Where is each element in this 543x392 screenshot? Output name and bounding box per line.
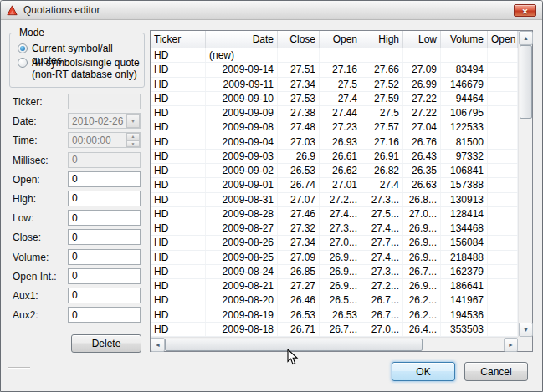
cell-open-i <box>488 221 518 235</box>
radio-all-symbols[interactable]: All symbols/single quote (non-RT databas… <box>18 57 142 80</box>
form-row-date: Date:▼ <box>1 112 150 131</box>
table-row[interactable]: HD2009-08-3127.0727.2...27.3...26.8...13… <box>151 193 518 207</box>
cell-close: 27.07 <box>278 193 320 206</box>
table-row[interactable]: HD2009-09-0427.0326.9327.1626.7681500 <box>151 135 518 150</box>
table-row[interactable]: HD2009-08-1926.5326.5326.7...26.2...1945… <box>151 308 518 323</box>
table-row[interactable]: HD2009-09-0827.4827.2327.5727.04122533 <box>151 120 518 135</box>
input-low[interactable] <box>68 210 141 226</box>
cell-open: 26.93 <box>320 135 361 149</box>
cell-ticker: HD <box>151 293 206 307</box>
titlebar[interactable]: Quotations editor ✕ <box>1 1 542 20</box>
form-row-aux1: Aux1: <box>1 287 150 306</box>
cell-low: 27.04 <box>403 120 441 134</box>
table-row[interactable]: HD2009-08-2026.4626.5...26.7...26.2...14… <box>151 293 518 308</box>
cell-open: 27.01 <box>320 178 361 191</box>
table-row[interactable]: HD2009-08-2627.3427.0...27.7...26.9...15… <box>151 236 518 250</box>
table-row[interactable]: HD2009-09-1027.5327.427.5927.2294464 <box>151 92 518 106</box>
cell-ticker: HD <box>151 63 206 76</box>
field-label-low: Low: <box>13 212 33 224</box>
form-row-aux2: Aux2: <box>1 306 150 325</box>
cell-open-i <box>488 207 518 221</box>
column-header-open[interactable]: Open <box>320 31 361 48</box>
scroll-up-icon: ▲ <box>523 35 529 41</box>
table-row[interactable]: HD2009-09-0226.5326.6226.8226.35106841 <box>151 164 518 178</box>
form-row-ticker: Ticker: <box>1 93 150 112</box>
column-header-date[interactable]: Date <box>206 31 278 48</box>
scroll-down-icon: ▼ <box>523 327 529 333</box>
input-open-int[interactable] <box>68 268 141 284</box>
close-button[interactable]: ✕ <box>514 4 536 17</box>
scroll-down-button[interactable]: ▼ <box>519 323 533 337</box>
cell-high: 27.2... <box>361 279 403 293</box>
column-header-high[interactable]: High <box>361 31 403 48</box>
table-row[interactable]: HD2009-08-1826.7126.7...27.0...26.4...35… <box>151 323 518 337</box>
cell-close: 26.71 <box>278 323 320 336</box>
cell-open-i <box>488 164 518 177</box>
table-row[interactable]: HD2009-08-2127.2726.9...27.2...26.9...18… <box>151 279 518 293</box>
scroll-right-button[interactable]: ► <box>504 338 518 352</box>
cell-low: 26.9... <box>403 221 441 235</box>
cell-ticker: HD <box>151 207 206 221</box>
table-row[interactable]: HD2009-08-2527.0926.9...27.4...26.9...21… <box>151 251 518 265</box>
scroll-up-button[interactable]: ▲ <box>519 31 533 45</box>
table-row[interactable]: HD2009-08-2827.4627.4...27.5...27.0...12… <box>151 207 518 221</box>
cancel-button[interactable]: Cancel <box>464 362 528 381</box>
cell-close: 26.85 <box>278 265 320 278</box>
cell-low: 26.9... <box>403 251 441 264</box>
table-row[interactable]: HD2009-09-0927.3827.4427.527.22106795 <box>151 106 518 120</box>
window-title: Quotations editor <box>23 4 100 16</box>
cell-date: 2009-08-26 <box>206 236 278 249</box>
ok-button[interactable]: OK <box>392 362 455 381</box>
scroll-left-icon: ◄ <box>155 342 161 348</box>
input-aux2[interactable] <box>68 307 141 323</box>
vertical-scrollbar-thumb[interactable] <box>520 45 532 119</box>
radio-all-symbols-label: All symbols/single quote (non-RT databas… <box>32 57 142 80</box>
cell-high: 27.66 <box>361 63 403 76</box>
table-row[interactable]: HD2009-09-0126.7427.0127.426.63157388 <box>151 178 518 192</box>
cell-high: 26.7... <box>361 308 403 322</box>
table-row[interactable]: HD2009-09-1427.5127.1627.6627.0983494 <box>151 63 518 77</box>
column-header-volume[interactable]: Volume <box>441 31 488 48</box>
cell-open-i <box>488 323 518 336</box>
column-header-ticker[interactable]: Ticker <box>151 31 206 48</box>
table-row[interactable]: HD2009-09-0326.926.6126.9126.4397332 <box>151 150 518 164</box>
cell-high: 27.16 <box>361 135 403 149</box>
input-open[interactable] <box>68 171 141 187</box>
column-header-open-i[interactable]: Open I. <box>488 31 518 48</box>
delete-button[interactable]: Delete <box>71 334 141 353</box>
field-label-time: Time: <box>13 135 38 146</box>
cell-date: 2009-09-01 <box>206 178 278 191</box>
cell-volume: 130913 <box>441 193 488 206</box>
time-spin-down-icon: ▼ <box>126 140 140 147</box>
column-header-close[interactable]: Close <box>278 31 320 48</box>
column-header-low[interactable]: Low <box>403 31 441 48</box>
table-row[interactable]: HD2009-08-2426.8526.9...27.3...26.7...16… <box>151 265 518 279</box>
table-row[interactable]: HD2009-09-1127.3427.527.5226.99146679 <box>151 78 518 92</box>
radio-selected-icon[interactable] <box>18 43 28 53</box>
cell-volume <box>441 48 488 62</box>
cell-low: 27.0... <box>403 207 441 221</box>
cell-open: 26.9... <box>320 251 361 264</box>
radio-unselected-icon[interactable] <box>18 58 28 68</box>
input-close[interactable] <box>68 229 141 245</box>
horizontal-scrollbar-thumb[interactable] <box>165 339 423 351</box>
time-spin-up-icon: ▲ <box>126 133 140 140</box>
scroll-left-button[interactable]: ◄ <box>151 338 165 352</box>
input-volume[interactable] <box>68 249 141 265</box>
horizontal-scrollbar[interactable]: ◄ ► <box>151 337 518 351</box>
cell-high: 26.91 <box>361 150 403 163</box>
form-fields: Ticker:Date:▼Time:▲▼Millisec:Open:High:L… <box>1 93 150 325</box>
vertical-scrollbar[interactable]: ▲ ▼ <box>518 31 532 337</box>
cell-high: 27.4... <box>361 221 403 235</box>
cell-open-i <box>488 279 518 293</box>
cell-ticker: HD <box>151 323 206 336</box>
cell-low <box>403 48 441 62</box>
cell-close: 27.09 <box>278 251 320 264</box>
cell-date: 2009-09-11 <box>206 78 278 91</box>
input-aux1[interactable] <box>68 288 141 303</box>
cell-date: 2009-08-28 <box>206 207 278 221</box>
table-row[interactable]: HD2009-08-2727.3227.3...27.4...26.9...13… <box>151 221 518 236</box>
input-high[interactable] <box>68 191 141 206</box>
scroll-right-icon: ► <box>508 342 514 348</box>
table-row[interactable]: HD(new) <box>151 48 518 63</box>
